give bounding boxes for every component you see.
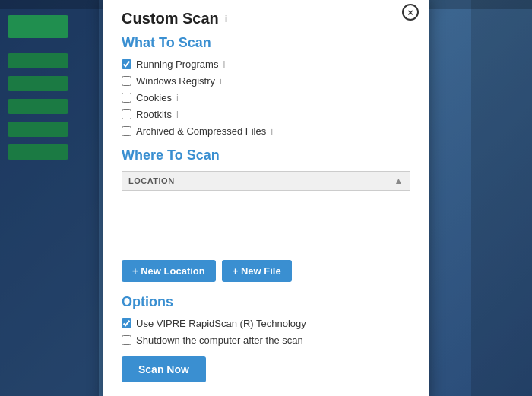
checkbox-windows-registry[interactable] — [122, 76, 131, 86]
checkbox-rootkits[interactable] — [122, 109, 131, 119]
custom-scan-modal: × Custom Scan i What To Scan Running Pro… — [103, 0, 429, 396]
checkbox-row-cookies: Cookies i — [122, 92, 410, 103]
options-section: Options Use VIPRE RapidScan (R) Technolo… — [122, 294, 410, 382]
checkbox-row-rapidsan: Use VIPRE RapidScan (R) Technology — [122, 318, 410, 329]
options-heading: Options — [122, 294, 410, 310]
modal-title-info-icon[interactable]: i — [225, 13, 228, 24]
checkbox-row-running-programs: Running Programs i — [122, 59, 410, 70]
checkbox-archived-files[interactable] — [122, 126, 131, 136]
label-shutdown: Shutdown the computer after the scan — [136, 334, 303, 346]
info-running-programs-icon[interactable]: i — [223, 59, 225, 70]
label-rapidscan: Use VIPRE RapidScan (R) Technology — [136, 318, 306, 329]
checkbox-row-shutdown: Shutdown the computer after the scan — [122, 334, 410, 346]
new-location-button[interactable]: + New Location — [122, 260, 216, 282]
checkbox-row-rootkits: Rootkits i — [122, 109, 410, 120]
what-to-scan-section: What To Scan Running Programs i Windows … — [122, 35, 410, 137]
info-archived-files-icon[interactable]: i — [271, 125, 273, 137]
label-cookies: Cookies — [136, 92, 172, 103]
where-to-scan-section: Where To Scan LOCATION ▲ + New Location … — [122, 147, 410, 282]
label-archived-files: Archived & Compressed Files — [136, 125, 266, 137]
checkbox-row-windows-registry: Windows Registry i — [122, 75, 410, 87]
location-column-label: LOCATION — [128, 176, 175, 185]
location-table: LOCATION ▲ — [122, 171, 410, 252]
label-rootkits: Rootkits — [136, 109, 172, 120]
sort-icon[interactable]: ▲ — [394, 176, 404, 186]
location-table-header: LOCATION ▲ — [122, 172, 410, 191]
close-button[interactable]: × — [402, 4, 419, 21]
what-to-scan-heading: What To Scan — [122, 35, 410, 51]
info-rootkits-icon[interactable]: i — [176, 109, 179, 120]
checkbox-cookies[interactable] — [122, 93, 131, 103]
info-cookies-icon[interactable]: i — [176, 92, 179, 103]
location-buttons: + New Location + New File — [122, 260, 410, 282]
checkbox-rapidscan[interactable] — [122, 318, 131, 328]
location-table-body — [122, 191, 410, 252]
checkbox-row-archived-files: Archived & Compressed Files i — [122, 125, 410, 137]
label-running-programs: Running Programs — [136, 59, 218, 70]
checkbox-shutdown[interactable] — [122, 335, 131, 345]
label-windows-registry: Windows Registry — [136, 75, 215, 87]
info-windows-registry-icon[interactable]: i — [220, 75, 222, 87]
where-to-scan-heading: Where To Scan — [122, 147, 410, 163]
modal-backdrop: × Custom Scan i What To Scan Running Pro… — [0, 0, 532, 396]
checkbox-running-programs[interactable] — [122, 59, 131, 69]
scan-now-button[interactable]: Scan Now — [122, 356, 206, 382]
new-file-button[interactable]: + New File — [222, 260, 292, 282]
modal-title-row: Custom Scan i — [122, 10, 410, 27]
modal-title-text: Custom Scan — [122, 10, 219, 27]
